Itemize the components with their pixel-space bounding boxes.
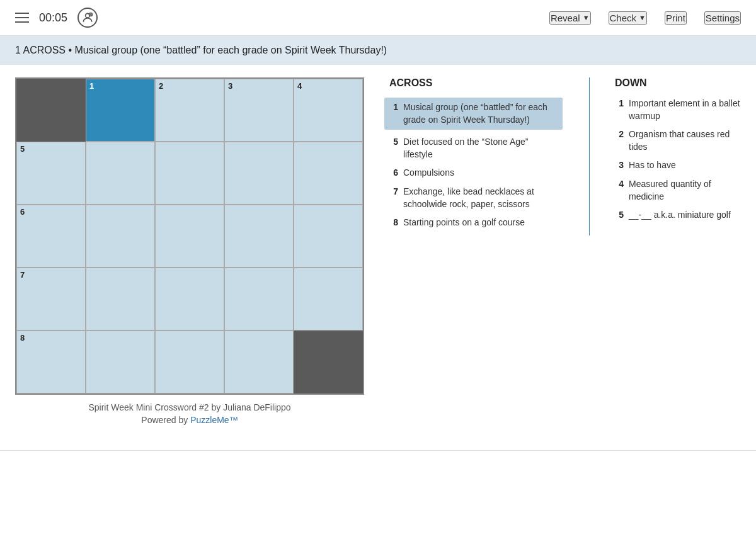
check-dropdown-arrow: ▼ xyxy=(639,14,646,21)
grid-section: 12345678 Spirit Week Mini Crossword #2 b… xyxy=(15,77,364,425)
clue-text: Organism that causes red tides xyxy=(629,128,741,153)
cell-3-0[interactable]: 7 xyxy=(16,268,86,331)
cell-2-0[interactable]: 6 xyxy=(16,205,86,268)
grid-row: 7 xyxy=(16,268,363,331)
clue-number: 1 xyxy=(389,101,398,126)
down-clue-3[interactable]: 3Has to have xyxy=(615,159,741,172)
header-left: 00:05 xyxy=(15,8,98,28)
cell-0-2[interactable]: 2 xyxy=(155,79,224,142)
grid-row: 8 xyxy=(16,331,363,393)
down-clue-1[interactable]: 1Important element in a ballet warmup xyxy=(615,98,741,122)
cell-3-2[interactable] xyxy=(155,268,224,331)
cell-2-4[interactable] xyxy=(294,205,363,268)
cell-2-2[interactable] xyxy=(155,205,224,268)
cell-0-4[interactable]: 4 xyxy=(294,79,363,142)
clue-number: 5 xyxy=(389,136,398,161)
grid-row: 5 xyxy=(16,142,363,205)
cell-number-0-4: 4 xyxy=(297,82,302,90)
user-icon-button[interactable] xyxy=(77,8,98,28)
grid-row: 6 xyxy=(16,205,363,268)
clue-text: Measured quantity of medicine xyxy=(629,178,741,203)
down-clue-4[interactable]: 4Measured quantity of medicine xyxy=(615,178,741,203)
cell-4-4 xyxy=(294,331,363,393)
cell-2-1[interactable] xyxy=(86,205,155,268)
grid-row: 1234 xyxy=(16,79,363,142)
cell-0-1[interactable]: 1 xyxy=(86,79,155,142)
clue-number: 3 xyxy=(615,159,624,172)
across-clue-list: 1Musical group (one “battled” for each g… xyxy=(389,98,558,229)
down-clue-list: 1Important element in a ballet warmup2Or… xyxy=(615,98,741,222)
settings-button[interactable]: Settings xyxy=(704,11,741,25)
across-clue-1[interactable]: 1Musical group (one “battled” for each g… xyxy=(384,98,563,130)
cell-4-0[interactable]: 8 xyxy=(16,331,86,393)
across-clue-8[interactable]: 8Starting points on a golf course xyxy=(389,217,558,229)
clue-number: 2 xyxy=(615,128,624,153)
cell-number-0-1: 1 xyxy=(89,82,94,90)
cell-1-4[interactable] xyxy=(294,142,363,205)
clue-text: Has to have xyxy=(629,159,676,172)
cell-1-3[interactable] xyxy=(224,142,294,205)
down-clue-5[interactable]: 5__-__ a.k.a. miniature golf xyxy=(615,209,741,222)
clue-text: Starting points on a golf course xyxy=(403,217,525,229)
clue-text: Compulsions xyxy=(403,167,454,179)
cell-4-3[interactable] xyxy=(224,331,294,393)
cell-0-3[interactable]: 3 xyxy=(224,79,294,142)
down-clues-column: DOWN 1Important element in a ballet warm… xyxy=(615,77,741,235)
clue-bar: 1 ACROSS • Musical group (one “battled” … xyxy=(0,36,756,65)
cell-number-4-0: 8 xyxy=(20,334,25,342)
cell-2-3[interactable] xyxy=(224,205,294,268)
cell-number-0-2: 2 xyxy=(159,82,163,90)
footer-powered-by: Powered by PuzzleMe™ xyxy=(88,415,290,425)
clue-text: __-__ a.k.a. miniature golf xyxy=(629,209,731,222)
crossword-grid[interactable]: 12345678 xyxy=(15,77,364,395)
across-clues-column: ACROSS 1Musical group (one “battled” for… xyxy=(389,77,558,235)
print-button[interactable]: Print xyxy=(665,11,687,25)
cell-1-2[interactable] xyxy=(155,142,224,205)
grid-footer: Spirit Week Mini Crossword #2 by Juliana… xyxy=(88,402,290,425)
active-clue-text: 1 ACROSS • Musical group (one “battled” … xyxy=(15,45,387,55)
clues-section: ACROSS 1Musical group (one “battled” for… xyxy=(389,77,741,235)
cell-number-0-3: 3 xyxy=(228,82,232,90)
main-content: 12345678 Spirit Week Mini Crossword #2 b… xyxy=(0,65,756,438)
check-button[interactable]: Check ▼ xyxy=(609,11,647,25)
clue-column-divider xyxy=(589,77,590,235)
cell-4-2[interactable] xyxy=(155,331,224,393)
reveal-dropdown-arrow: ▼ xyxy=(583,14,590,21)
timer-display: 00:05 xyxy=(39,11,67,25)
clue-text: Important element in a ballet warmup xyxy=(629,98,741,122)
header-right: Reveal ▼ Check ▼ Print Settings xyxy=(549,11,741,25)
cell-number-1-0: 5 xyxy=(20,145,25,153)
cell-4-1[interactable] xyxy=(86,331,155,393)
clue-number: 7 xyxy=(389,186,398,210)
clue-number: 8 xyxy=(389,217,398,229)
clue-number: 4 xyxy=(615,178,624,203)
across-clue-5[interactable]: 5Diet focused on the “Stone Age” lifesty… xyxy=(389,136,558,161)
across-clue-7[interactable]: 7Exchange, like bead necklaces at school… xyxy=(389,186,558,210)
page-footer xyxy=(0,450,756,451)
across-clue-6[interactable]: 6Compulsions xyxy=(389,167,558,179)
clue-number: 5 xyxy=(615,209,624,222)
clue-text: Musical group (one “battled” for each gr… xyxy=(403,101,558,126)
footer-attribution: Spirit Week Mini Crossword #2 by Juliana… xyxy=(88,402,290,412)
cell-1-1[interactable] xyxy=(86,142,155,205)
puzzleme-link[interactable]: PuzzleMe™ xyxy=(190,415,238,425)
clue-text: Exchange, like bead necklaces at schoolw… xyxy=(403,186,558,210)
header: 00:05 Reveal ▼ Check ▼ Print Settings xyxy=(0,0,756,36)
cell-0-0 xyxy=(16,79,86,142)
cell-3-4[interactable] xyxy=(294,268,363,331)
across-title: ACROSS xyxy=(389,77,558,89)
clue-number: 1 xyxy=(615,98,624,122)
down-title: DOWN xyxy=(615,77,741,89)
cell-3-3[interactable] xyxy=(224,268,294,331)
cell-1-0[interactable]: 5 xyxy=(16,142,86,205)
cell-number-3-0: 7 xyxy=(20,271,25,279)
reveal-button[interactable]: Reveal ▼ xyxy=(549,11,591,25)
clue-text: Diet focused on the “Stone Age” lifestyl… xyxy=(403,136,558,161)
clue-number: 6 xyxy=(389,167,398,179)
hamburger-menu[interactable] xyxy=(15,13,29,23)
down-clue-2[interactable]: 2Organism that causes red tides xyxy=(615,128,741,153)
cell-number-2-0: 6 xyxy=(20,208,25,216)
cell-3-1[interactable] xyxy=(86,268,155,331)
